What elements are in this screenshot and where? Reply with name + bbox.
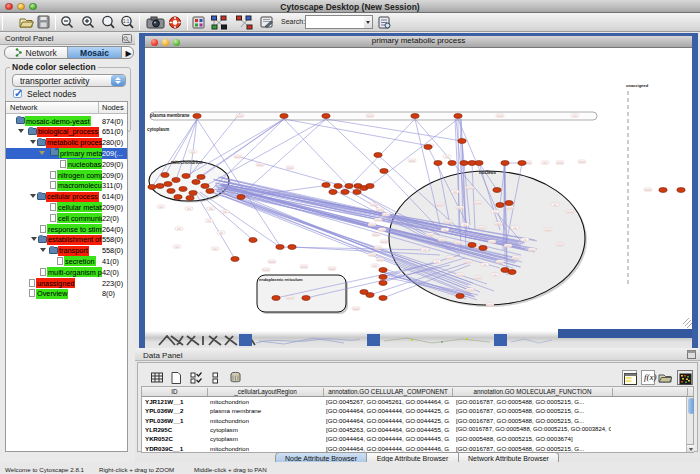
svg-text:endoplasmic reticulum: endoplasmic reticulum xyxy=(259,277,303,282)
svg-text:1:1: 1:1 xyxy=(123,19,130,24)
svg-text:mitochondrion: mitochondrion xyxy=(171,160,203,165)
svg-text:unassigned: unassigned xyxy=(626,83,649,88)
svg-text:cytoplasm: cytoplasm xyxy=(147,127,169,132)
svg-text:nucleus: nucleus xyxy=(479,170,497,175)
svg-text:plasma membrane: plasma membrane xyxy=(150,113,190,118)
